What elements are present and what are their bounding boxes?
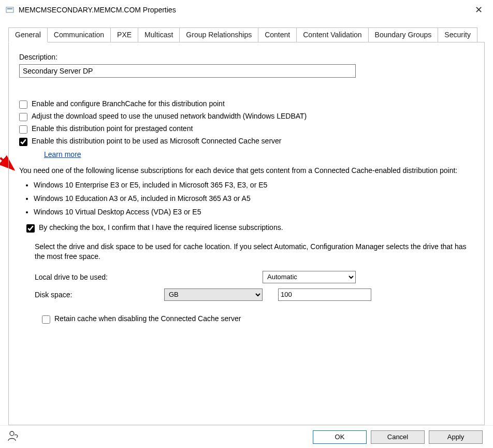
window-title: MEMCMSECONDARY.MEMCM.COM Properties [19,6,470,14]
tab-panel-general: Description: Enable and configure Branch… [8,42,485,425]
tab-content-validation[interactable]: Content Validation [296,27,368,42]
description-label: Description: [19,53,474,61]
tab-content[interactable]: Content [258,27,297,42]
tab-multicast[interactable]: Multicast [138,27,180,42]
svg-rect-2 [7,8,12,9]
disk-unit-select[interactable]: GB [164,288,263,301]
dialog-footer: OK Cancel Apply [0,425,493,448]
connected-cache-checkbox[interactable] [19,138,27,146]
license-bullet-1: Windows 10 Enterprise E3 or E5, included… [34,181,474,189]
tab-general[interactable]: General [8,27,48,42]
license-bullet-list: Windows 10 Enterprise E3 or E5, included… [34,181,474,216]
license-bullet-2: Windows 10 Education A3 or A5, included … [34,194,474,203]
drive-intro-text: Select the drive and disk space to be us… [35,242,474,262]
app-icon [5,5,15,15]
tab-pxe[interactable]: PXE [110,27,138,42]
ok-button[interactable]: OK [313,430,367,444]
cancel-button[interactable]: Cancel [371,430,425,444]
confirm-license-label: By checking the box, I confirm that I ha… [39,223,283,232]
ledbat-checkbox[interactable] [19,113,27,121]
ledbat-label: Adjust the download speed to use the unu… [32,112,307,120]
disk-space-label: Disk space: [35,291,154,299]
svg-point-3 [10,431,14,436]
retain-cache-label: Retain cache when disabling the Connecte… [54,314,241,323]
prestaged-checkbox[interactable] [19,125,27,134]
local-drive-label: Local drive to be used: [35,273,154,281]
branchcache-label: Enable and configure BranchCache for thi… [32,99,225,108]
tab-group-relationships[interactable]: Group Relationships [179,27,258,42]
learn-more-link[interactable]: Learn more [44,150,81,158]
prestaged-label: Enable this distribution point for prest… [32,124,193,133]
connected-cache-label: Enable this distribution point to be use… [32,137,282,145]
apply-button[interactable]: Apply [429,430,483,444]
tab-strip: General Communication PXE Multicast Grou… [8,27,485,42]
close-button[interactable]: ✕ [470,2,488,18]
tab-security[interactable]: Security [438,27,477,42]
title-bar: MEMCMSECONDARY.MEMCM.COM Properties ✕ [0,0,493,20]
person-icon [7,430,20,444]
local-drive-select[interactable]: Automatic [263,271,356,283]
tab-boundary-groups[interactable]: Boundary Groups [368,27,439,42]
retain-cache-checkbox[interactable] [42,315,50,324]
license-intro-text: You need one of the following license su… [19,166,474,176]
branchcache-checkbox[interactable] [19,100,27,109]
svg-rect-1 [6,7,13,12]
confirm-license-checkbox[interactable] [26,224,35,233]
description-input[interactable] [19,64,356,78]
tab-communication[interactable]: Communication [47,27,111,42]
license-bullet-3: Windows 10 Virtual Desktop Access (VDA) … [34,208,474,216]
disk-space-input[interactable] [278,288,371,301]
